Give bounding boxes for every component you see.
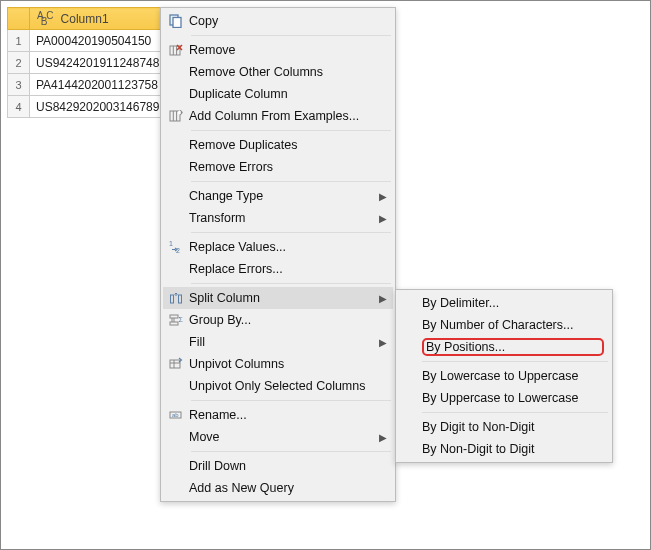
context-menu: Copy Remove Remove Other Columns Duplica…	[160, 7, 396, 502]
replace-values-icon: 12	[163, 240, 189, 254]
menu-unpivot-selected[interactable]: Unpivot Only Selected Columns	[163, 375, 393, 397]
svg-text:2: 2	[176, 247, 180, 254]
submenu-arrow-icon: ▶	[373, 191, 387, 202]
split-column-icon	[163, 291, 189, 305]
menu-separator	[191, 400, 391, 401]
svg-rect-13	[170, 315, 178, 318]
type-icon: ABC	[36, 14, 57, 24]
submenu-by-delimiter[interactable]: By Delimiter...	[398, 292, 610, 314]
cell-value[interactable]: PA000420190504150	[30, 30, 173, 52]
rename-icon: ab	[163, 408, 189, 422]
menu-transform[interactable]: Transform ▶	[163, 207, 393, 229]
menu-remove-duplicates[interactable]: Remove Duplicates	[163, 134, 393, 156]
submenu-by-lower-upper[interactable]: By Lowercase to Uppercase	[398, 365, 610, 387]
menu-group-by[interactable]: Σ Group By...	[163, 309, 393, 331]
menu-remove[interactable]: Remove	[163, 39, 393, 61]
menu-label: Move	[189, 430, 373, 444]
table-row[interactable]: 2 US94242019112487489	[8, 52, 173, 74]
remove-column-icon	[163, 43, 189, 57]
submenu-label: By Positions...	[422, 338, 604, 356]
menu-fill[interactable]: Fill ▶	[163, 331, 393, 353]
row-number: 4	[8, 96, 30, 118]
row-number: 1	[8, 30, 30, 52]
menu-separator	[422, 361, 608, 362]
menu-separator	[191, 232, 391, 233]
menu-separator	[191, 451, 391, 452]
submenu-label: By Uppercase to Lowercase	[422, 391, 604, 405]
menu-separator	[191, 283, 391, 284]
grid-corner[interactable]	[8, 8, 30, 30]
menu-label: Rename...	[189, 408, 387, 422]
menu-label: Duplicate Column	[189, 87, 387, 101]
column-header[interactable]: ABC Column1	[30, 8, 173, 30]
svg-text:Σ: Σ	[179, 316, 184, 323]
menu-split-column[interactable]: Split Column ▶	[163, 287, 393, 309]
menu-label: Remove Duplicates	[189, 138, 387, 152]
menu-label: Remove Other Columns	[189, 65, 387, 79]
menu-separator	[191, 35, 391, 36]
submenu-label: By Delimiter...	[422, 296, 604, 310]
menu-copy[interactable]: Copy	[163, 10, 393, 32]
submenu-label: By Non-Digit to Digit	[422, 442, 604, 456]
menu-replace-values[interactable]: 12 Replace Values...	[163, 236, 393, 258]
submenu-arrow-icon: ▶	[373, 293, 387, 304]
copy-icon	[163, 14, 189, 28]
menu-label: Remove Errors	[189, 160, 387, 174]
svg-rect-11	[171, 295, 174, 303]
menu-label: Add Column From Examples...	[189, 109, 387, 123]
data-grid: ABC Column1 1 PA000420190504150 2 US9424…	[7, 7, 173, 118]
menu-separator	[191, 181, 391, 182]
submenu-label: By Lowercase to Uppercase	[422, 369, 604, 383]
menu-unpivot[interactable]: Unpivot Columns	[163, 353, 393, 375]
menu-replace-errors[interactable]: Replace Errors...	[163, 258, 393, 280]
row-number: 3	[8, 74, 30, 96]
menu-remove-errors[interactable]: Remove Errors	[163, 156, 393, 178]
submenu-label: By Number of Characters...	[422, 318, 604, 332]
svg-rect-12	[179, 295, 182, 303]
menu-add-from-examples[interactable]: Add Column From Examples...	[163, 105, 393, 127]
submenu-by-upper-lower[interactable]: By Uppercase to Lowercase	[398, 387, 610, 409]
menu-label: Unpivot Only Selected Columns	[189, 379, 387, 393]
submenu-label: By Digit to Non-Digit	[422, 420, 604, 434]
submenu-by-positions[interactable]: By Positions...	[398, 336, 610, 358]
menu-label: Replace Values...	[189, 240, 387, 254]
menu-label: Add as New Query	[189, 481, 387, 495]
table-row[interactable]: 4 US84292020031467895	[8, 96, 173, 118]
menu-separator	[422, 412, 608, 413]
menu-label: Change Type	[189, 189, 373, 203]
group-by-icon: Σ	[163, 313, 189, 327]
submenu-arrow-icon: ▶	[373, 213, 387, 224]
menu-add-as-query[interactable]: Add as New Query	[163, 477, 393, 499]
menu-separator	[191, 130, 391, 131]
svg-rect-14	[170, 322, 178, 325]
submenu-arrow-icon: ▶	[373, 432, 387, 443]
menu-label: Copy	[189, 14, 387, 28]
column-header-label: Column1	[61, 12, 109, 26]
svg-rect-1	[173, 18, 181, 28]
menu-label: Replace Errors...	[189, 262, 387, 276]
menu-move[interactable]: Move ▶	[163, 426, 393, 448]
table-row[interactable]: 3 PA4144202001123758	[8, 74, 173, 96]
split-column-submenu: By Delimiter... By Number of Characters.…	[395, 289, 613, 463]
menu-label: Transform	[189, 211, 373, 225]
menu-rename[interactable]: ab Rename...	[163, 404, 393, 426]
menu-change-type[interactable]: Change Type ▶	[163, 185, 393, 207]
svg-text:1: 1	[169, 240, 173, 247]
menu-drill-down[interactable]: Drill Down	[163, 455, 393, 477]
cell-value[interactable]: US84292020031467895	[30, 96, 173, 118]
menu-duplicate[interactable]: Duplicate Column	[163, 83, 393, 105]
submenu-by-digit-nondigit[interactable]: By Digit to Non-Digit	[398, 416, 610, 438]
submenu-by-nondigit-digit[interactable]: By Non-Digit to Digit	[398, 438, 610, 460]
menu-label: Split Column	[189, 291, 373, 305]
cell-value[interactable]: US94242019112487489	[30, 52, 173, 74]
menu-label: Group By...	[189, 313, 387, 327]
submenu-by-numchars[interactable]: By Number of Characters...	[398, 314, 610, 336]
menu-remove-other[interactable]: Remove Other Columns	[163, 61, 393, 83]
menu-label: Remove	[189, 43, 387, 57]
table-row[interactable]: 1 PA000420190504150	[8, 30, 173, 52]
menu-label: Unpivot Columns	[189, 357, 387, 371]
svg-rect-18	[170, 360, 180, 368]
cell-value[interactable]: PA4144202001123758	[30, 74, 173, 96]
unpivot-icon	[163, 357, 189, 371]
submenu-arrow-icon: ▶	[373, 337, 387, 348]
